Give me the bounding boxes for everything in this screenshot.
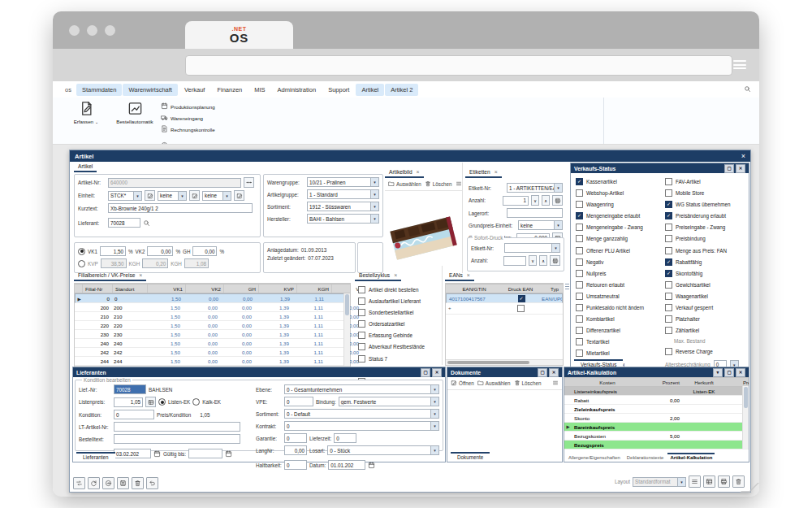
refresh-icon[interactable]: [88, 477, 100, 489]
status-checkbox-artikel-direkt-bestellen[interactable]: Artikel direkt bestellen: [358, 286, 442, 293]
table-row[interactable]: 2102101,500,000,001,391,110,00: [75, 312, 350, 321]
menu-item-stammdaten[interactable]: Stammdaten: [76, 84, 123, 96]
ribbon-erfassen[interactable]: Erfassen ⌄: [63, 98, 109, 124]
tab-eans[interactable]: EANs×: [445, 271, 474, 281]
tab-artikel-kalkulation[interactable]: Artikel-Kalkulation: [667, 453, 715, 462]
window-dot-1[interactable]: [69, 25, 80, 36]
status-checkbox-mengeneingabe-zwang[interactable]: Mengeneingabe - Zwang: [576, 224, 665, 231]
sortiment-select[interactable]: 1912 - Süsswaren▾: [307, 202, 379, 211]
langnr-field[interactable]: 0,00: [284, 445, 307, 455]
calendar-icon[interactable]: [368, 458, 375, 472]
tab-deklarationstexte[interactable]: Deklarationstexte: [624, 453, 667, 462]
status-checkbox-mengeneingabe-erlaubt[interactable]: ✓Mengeneingabe erlaubt: [576, 212, 665, 219]
kalk-ek-radio[interactable]: [192, 398, 200, 406]
dokumente-titlebar[interactable]: Dokumente ▢ ✕: [447, 367, 562, 377]
dropdown-icon[interactable]: ▾: [713, 368, 723, 377]
haltbarkeit-field[interactable]: 0: [284, 460, 307, 470]
lieferzeit-field[interactable]: 0: [334, 433, 356, 443]
listen-ek-radio[interactable]: [158, 398, 166, 406]
table-row[interactable]: 2402401,500,000,001,391,110,00: [75, 339, 350, 348]
menu-item-verkauf[interactable]: Verkauf: [179, 84, 210, 96]
menu-icon[interactable]: [456, 180, 462, 188]
status-checkbox-mobile-store[interactable]: Mobile Store: [665, 189, 745, 197]
address-bar[interactable]: [185, 55, 732, 76]
status-checkbox-rabattfähig[interactable]: ✓Rabattfähig: [665, 258, 745, 266]
vertical-scrollbar[interactable]: [343, 293, 350, 366]
status-checkbox-preisbindung[interactable]: Preisbindung: [665, 235, 745, 242]
status-checkbox-status-7[interactable]: Status 7: [358, 355, 442, 363]
close-icon[interactable]: ✕: [736, 368, 745, 377]
status-checkbox-menge-ganzzahlig[interactable]: Menge ganzzahlig: [576, 235, 665, 242]
menu-item-warenwirtschaft[interactable]: Warenwirtschaft: [123, 84, 178, 96]
ribbon-wareneingang[interactable]: Wareneingang: [161, 114, 599, 122]
menu-item-finanzen[interactable]: Finanzen: [211, 84, 248, 96]
close-icon[interactable]: ×: [394, 272, 397, 278]
status-checkbox-kombiartikel[interactable]: Kombiartikel: [576, 315, 665, 323]
hersteller-select[interactable]: BAHI - Bahlsen▾: [307, 214, 379, 224]
edit-icon[interactable]: [145, 190, 155, 201]
tab-bestellzyklus[interactable]: Bestellzyklus×: [355, 271, 401, 281]
status-checkbox-preisänderung-erlaubt[interactable]: ✓Preisänderung erlaubt: [665, 212, 745, 219]
menu-icon[interactable]: [552, 380, 559, 387]
close-icon[interactable]: ×: [139, 272, 142, 278]
printer-icon[interactable]: [718, 475, 730, 488]
lieferant-field[interactable]: 70028: [108, 218, 140, 228]
kalkulation-titlebar[interactable]: Artikel-Kalkulation ▾ ▢ ✕: [564, 367, 749, 377]
table-row[interactable]: ▶001,500,000,001,391,110,00: [75, 293, 350, 303]
hamburger-icon[interactable]: [733, 60, 746, 72]
lief-nr-field[interactable]: 70028: [114, 384, 146, 394]
loeschen-button[interactable]: Löschen: [514, 380, 542, 387]
oeffnen-button[interactable]: Öffnen: [451, 380, 474, 387]
losart-select[interactable]: 0 - Stück▾: [327, 445, 439, 455]
vertical-scrollbar[interactable]: [742, 386, 749, 449]
table-row[interactable]: 2422421,500,000,001,391,110,00: [75, 348, 350, 357]
ribbon-produktionsplanung[interactable]: Produktionsplanung: [161, 102, 599, 111]
window-dot-3[interactable]: [105, 25, 115, 36]
lieferanten-titlebar[interactable]: Lieferanten ▢ ✕: [73, 367, 445, 377]
bindung-select[interactable]: gem. Festwerte▾: [339, 397, 439, 406]
horizontal-scrollbar[interactable]: [446, 359, 563, 365]
spin-up-icon[interactable]: ∧: [539, 255, 547, 266]
kalk-row-bezugspreis[interactable]: Bezugspreis: [564, 441, 749, 449]
status-checkbox-waagenartikel[interactable]: Waagenartikel: [665, 293, 745, 300]
artikel-window-titlebar[interactable]: Artikel ×: [70, 150, 750, 162]
ebene-select[interactable]: 0 - Gesamtunternehmen▾: [284, 384, 439, 394]
status-checkbox-verkauf-gesperrt[interactable]: Verkauf gesperrt: [665, 304, 745, 311]
warengruppe-select[interactable]: 10/21 - Pralinen▾: [307, 177, 379, 187]
forward-icon[interactable]: [102, 477, 114, 489]
sofort-anzahl-field[interactable]: [503, 256, 526, 266]
close-icon[interactable]: ✕: [549, 368, 559, 377]
einheit3-select[interactable]: keine▾: [202, 191, 231, 201]
status-checkbox-waagenring[interactable]: Waagenring: [576, 201, 665, 208]
save-icon[interactable]: [117, 477, 129, 489]
einheit2-select[interactable]: keine▾: [158, 191, 187, 201]
calendar-icon[interactable]: [153, 446, 161, 461]
artikel-nr-field[interactable]: 640000: [108, 178, 241, 188]
ribbon-bestellautomatik[interactable]: Bestellautomatik: [112, 98, 158, 124]
spin-down-icon[interactable]: ∨: [531, 195, 539, 206]
status-checkbox-differenzartikel[interactable]: Differenzartikel: [576, 327, 665, 334]
anzahl-field[interactable]: 1: [503, 196, 529, 206]
tab-artikelbild[interactable]: Artikelbild×: [385, 168, 424, 178]
ribbon-rechnungskontrolle[interactable]: Rechnungskontrolle: [161, 125, 599, 133]
kondition-field[interactable]: 0: [114, 410, 154, 419]
table-icon[interactable]: [145, 397, 156, 407]
status-checkbox-sonderbestellartikel[interactable]: Sonderbestellartikel: [358, 309, 442, 316]
status-checkbox-auslaufartikel-lieferant[interactable]: Auslaufartikel Lieferant: [358, 297, 442, 305]
status-checkbox-punktesaldo-nicht-ändern[interactable]: Punktesaldo nicht ändern: [576, 304, 665, 311]
table-row[interactable]: 2202201,500,000,001,391,110,00: [75, 321, 350, 330]
status-checkbox-offener-plu-artikel[interactable]: Offener PLU Artikel: [576, 247, 665, 254]
auswaehlen-button[interactable]: Auswählen: [477, 380, 511, 387]
tab-dokumente[interactable]: Dokumente: [451, 452, 490, 462]
spin-up-icon[interactable]: ∧: [542, 195, 550, 206]
status-checkbox-kassenartikel[interactable]: ✓Kassenartikel: [576, 178, 665, 185]
close-icon[interactable]: ✕: [432, 368, 442, 377]
grid-icon[interactable]: [703, 475, 715, 488]
status-checkbox-platzhalter[interactable]: Platzhalter: [665, 315, 745, 323]
lt-artikel-field[interactable]: [114, 422, 240, 432]
ean-row[interactable]: 4017100417567✓EAN/UPC: [446, 293, 563, 303]
garantie-field[interactable]: 0: [284, 433, 307, 443]
calendar-icon[interactable]: [225, 446, 232, 461]
close-icon[interactable]: ×: [417, 169, 420, 175]
list-icon[interactable]: [689, 475, 701, 488]
